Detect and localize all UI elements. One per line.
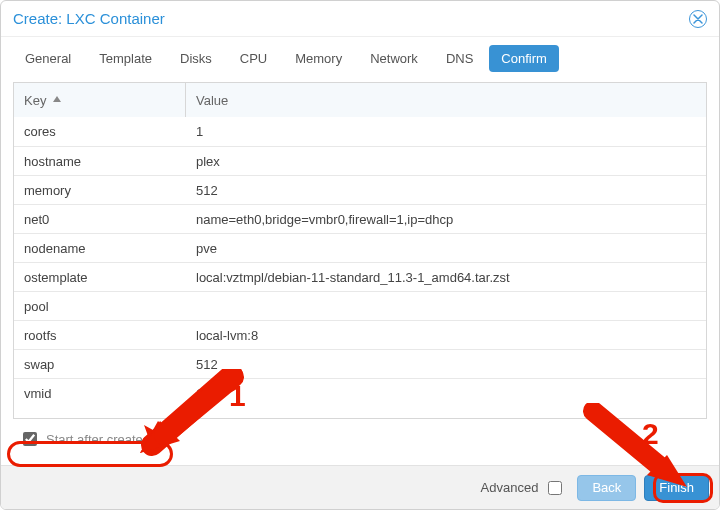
- tab-general[interactable]: General: [13, 45, 83, 72]
- column-header-key[interactable]: Key: [14, 83, 186, 117]
- cell-key: pool: [14, 292, 186, 320]
- cell-value: local-lvm:8: [186, 321, 706, 349]
- back-button[interactable]: Back: [577, 475, 636, 501]
- tab-cpu[interactable]: CPU: [228, 45, 279, 72]
- grid-header: Key Value: [14, 83, 706, 117]
- cell-key: nodename: [14, 234, 186, 262]
- table-row: pool: [14, 291, 706, 320]
- cell-value: pve: [186, 234, 706, 262]
- cell-value: 512: [186, 176, 706, 204]
- start-after-created-checkbox[interactable]: [23, 432, 37, 446]
- tab-memory[interactable]: Memory: [283, 45, 354, 72]
- cell-value: 1: [186, 117, 706, 146]
- dialog-title: Create: LXC Container: [13, 10, 165, 27]
- cell-value: name=eth0,bridge=vmbr0,firewall=1,ip=dhc…: [186, 205, 706, 233]
- cell-value: plex: [186, 147, 706, 175]
- summary-grid: Key Value cores1 hostnameplex memory512 …: [13, 82, 707, 419]
- advanced-checkbox[interactable]: [548, 481, 562, 495]
- cell-key: memory: [14, 176, 186, 204]
- table-row: cores1: [14, 117, 706, 146]
- column-header-key-label: Key: [24, 93, 46, 108]
- cell-key: net0: [14, 205, 186, 233]
- table-row: ostemplatelocal:vztmpl/debian-11-standar…: [14, 262, 706, 291]
- advanced-row[interactable]: Advanced: [481, 478, 566, 498]
- title-bar: Create: LXC Container: [1, 1, 719, 37]
- start-after-created-label: Start after created: [46, 432, 150, 447]
- tab-template[interactable]: Template: [87, 45, 164, 72]
- tab-network[interactable]: Network: [358, 45, 430, 72]
- cell-value: 100: [186, 379, 706, 407]
- cell-key: swap: [14, 350, 186, 378]
- content-area: Key Value cores1 hostnameplex memory512 …: [1, 82, 719, 465]
- table-row: swap512: [14, 349, 706, 378]
- grid-body: cores1 hostnameplex memory512 net0name=e…: [14, 117, 706, 418]
- tab-dns[interactable]: DNS: [434, 45, 485, 72]
- column-header-value-label: Value: [196, 93, 228, 108]
- below-grid-area: Start after created: [13, 419, 707, 457]
- cell-value: [186, 292, 706, 320]
- tab-bar: General Template Disks CPU Memory Networ…: [1, 37, 719, 82]
- cell-key: rootfs: [14, 321, 186, 349]
- advanced-label: Advanced: [481, 480, 539, 495]
- table-row: memory512: [14, 175, 706, 204]
- dialog-window: Create: LXC Container General Template D…: [0, 0, 720, 510]
- close-button[interactable]: [689, 10, 707, 28]
- table-row: hostnameplex: [14, 146, 706, 175]
- table-row: vmid100: [14, 378, 706, 407]
- cell-key: ostemplate: [14, 263, 186, 291]
- table-row: net0name=eth0,bridge=vmbr0,firewall=1,ip…: [14, 204, 706, 233]
- sort-asc-icon: [52, 95, 62, 105]
- tab-disks[interactable]: Disks: [168, 45, 224, 72]
- table-row: nodenamepve: [14, 233, 706, 262]
- cell-key: vmid: [14, 379, 186, 407]
- cell-value: 512: [186, 350, 706, 378]
- close-icon: [693, 14, 703, 24]
- finish-button[interactable]: Finish: [644, 475, 709, 501]
- cell-value: local:vztmpl/debian-11-standard_11.3-1_a…: [186, 263, 706, 291]
- cell-key: hostname: [14, 147, 186, 175]
- table-row: rootfslocal-lvm:8: [14, 320, 706, 349]
- column-header-value[interactable]: Value: [186, 83, 706, 117]
- tab-confirm[interactable]: Confirm: [489, 45, 559, 72]
- start-after-created-row[interactable]: Start after created: [13, 427, 156, 451]
- cell-key: cores: [14, 117, 186, 146]
- footer-bar: Advanced Back Finish: [1, 465, 719, 509]
